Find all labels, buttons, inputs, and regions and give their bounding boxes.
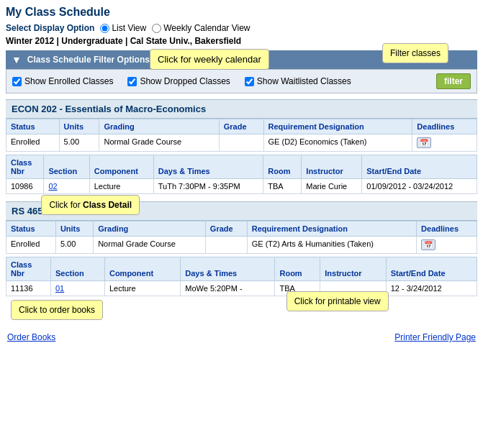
instructor-cell: Click for printable view xyxy=(320,281,386,296)
section-link-wrap: 02 Click for Class Detail xyxy=(48,182,84,191)
col-deadlines: Deadlines xyxy=(417,221,477,237)
col-component: Component xyxy=(104,257,180,281)
units-cell: 5.00 xyxy=(59,134,99,152)
bottom-row: Order Books Printer Friendly Page xyxy=(6,332,477,342)
start-end-cell: 01/09/2012 - 03/24/2012 xyxy=(362,179,477,194)
filter-bar-label: Class Schedule Filter Options xyxy=(27,55,150,65)
col-grade: Grade xyxy=(219,119,263,134)
col-days-times: Days & Times xyxy=(153,155,263,179)
page-title: My Class Schedule xyxy=(6,6,477,19)
show-dropped-label: Show Dropped Classes xyxy=(140,76,230,86)
status-cell: Enrolled xyxy=(6,237,56,254)
req-designation-cell: GE (T2) Arts & Humanities (Taken) xyxy=(247,237,416,254)
status-cell: Enrolled xyxy=(6,134,60,152)
show-waitlisted-label: Show Waitlisted Classes xyxy=(257,76,351,86)
class-nbr-wrap: 11136 Click to order books xyxy=(11,284,46,293)
filter-classes-tooltip: Filter classes xyxy=(382,43,448,63)
class-nbr-cell: 10986 xyxy=(6,179,44,194)
class-nbr-cell: 11136 Click to order books xyxy=(6,281,51,296)
printer-friendly-link[interactable]: Printer Friendly Page xyxy=(394,332,476,342)
course-econ202-section-table: ClassNbr Section Component Days & Times … xyxy=(6,155,477,194)
course-rs465: RS 465 Status Units Grading Grade Requir… xyxy=(6,201,477,296)
col-class-nbr: ClassNbr xyxy=(6,155,44,179)
col-grading: Grading xyxy=(94,221,206,237)
grading-cell: Normal Grade Course xyxy=(99,134,219,152)
class-detail-tooltip: Click for Class Detail xyxy=(41,195,140,215)
table-row: 11136 Click to order books 01 Lecture M xyxy=(6,281,477,296)
show-enrolled-option[interactable]: Show Enrolled Classes xyxy=(12,76,113,86)
display-option-label: Select Display Option xyxy=(6,23,94,33)
course-econ202-header: ECON 202 - Essentials of Macro-Economics xyxy=(6,99,477,119)
weekly-view-option[interactable]: Weekly Calendar View xyxy=(152,23,250,33)
req-designation-cell: GE (D2) Economics (Taken) xyxy=(263,134,412,152)
show-enrolled-label: Show Enrolled Classes xyxy=(24,76,113,86)
weekly-view-radio[interactable] xyxy=(152,24,161,33)
section-cell: 01 xyxy=(50,281,104,296)
col-section: Section xyxy=(44,155,89,179)
grade-cell xyxy=(205,237,247,254)
col-instructor: Instructor xyxy=(320,257,386,281)
order-books-tooltip: Click to order books xyxy=(11,300,103,320)
deadlines-cell: 📅 xyxy=(417,237,477,254)
weekly-calendar-tooltip[interactable]: Click for weekly calendar xyxy=(150,49,269,70)
course-rs465-section-wrap: ClassNbr Section Component Days & Times … xyxy=(6,257,477,296)
col-req-designation: Requirement Designation xyxy=(247,221,416,237)
col-units: Units xyxy=(59,119,99,134)
col-deadlines: Deadlines xyxy=(412,119,477,134)
instructor-cell: Marie Curie xyxy=(302,179,362,194)
course-rs465-section-table: ClassNbr Section Component Days & Times … xyxy=(6,257,477,296)
col-grading: Grading xyxy=(99,119,219,134)
component-cell: Lecture xyxy=(89,179,153,194)
start-end-cell: 12 - 3/24/2012 xyxy=(386,281,477,296)
filter-section: Filter classes ▼ Class Schedule Filter O… xyxy=(6,50,477,93)
col-start-end: Start/End Date xyxy=(362,155,477,179)
col-status: Status xyxy=(6,221,56,237)
course-econ202-section-wrap: ClassNbr Section Component Days & Times … xyxy=(6,155,477,194)
list-view-label: List View xyxy=(112,23,146,33)
section-cell: 02 Click for Class Detail xyxy=(44,179,89,194)
deadline-icon[interactable]: 📅 xyxy=(421,239,435,250)
col-section: Section xyxy=(50,257,104,281)
col-class-nbr: ClassNbr xyxy=(6,257,51,281)
col-instructor: Instructor xyxy=(302,155,362,179)
table-row: Enrolled 5.00 Normal Grade Course GE (D2… xyxy=(6,134,477,152)
course-econ202-info-table: Status Units Grading Grade Requirement D… xyxy=(6,119,477,152)
section-link[interactable]: 01 xyxy=(55,284,64,293)
weekly-view-label: Weekly Calendar View xyxy=(163,23,250,33)
table-row: 10986 02 Click for Class Detail Lecture xyxy=(6,179,477,194)
component-cell: Lecture xyxy=(104,281,180,296)
printer-friendly-tooltip: Click for printable view xyxy=(286,291,389,311)
course-econ202: ECON 202 - Essentials of Macro-Economics… xyxy=(6,99,477,194)
col-component: Component xyxy=(89,155,153,179)
show-waitlisted-option[interactable]: Show Waitlisted Classes xyxy=(245,76,351,86)
col-grade: Grade xyxy=(205,221,247,237)
room-cell: TBA xyxy=(263,179,302,194)
col-start-end: Start/End Date xyxy=(386,257,477,281)
deadlines-cell: 📅 xyxy=(412,134,477,152)
days-times-cell: TuTh 7:30PM - 9:35PM xyxy=(153,179,263,194)
order-books-link[interactable]: Order Books xyxy=(7,332,55,342)
grading-cell: Normal Grade Course xyxy=(94,237,206,254)
col-days-times: Days & Times xyxy=(181,257,275,281)
deadline-icon[interactable]: 📅 xyxy=(417,137,431,148)
show-enrolled-checkbox[interactable] xyxy=(12,77,22,86)
days-times-cell: MoWe 5:20PM - xyxy=(181,281,275,296)
filter-arrow-icon: ▼ xyxy=(12,54,22,65)
section-link[interactable]: 02 xyxy=(48,182,57,191)
col-units: Units xyxy=(55,221,93,237)
grade-cell xyxy=(219,134,263,152)
col-room: Room xyxy=(263,155,302,179)
show-waitlisted-checkbox[interactable] xyxy=(245,77,254,86)
col-req-designation: Requirement Designation xyxy=(263,119,412,134)
col-status: Status xyxy=(6,119,60,134)
show-dropped-option[interactable]: Show Dropped Classes xyxy=(127,76,230,86)
table-row: Enrolled 5.00 Normal Grade Course GE (T2… xyxy=(6,237,477,254)
filter-options-row: Show Enrolled Classes Show Dropped Class… xyxy=(6,69,477,93)
filter-button[interactable]: filter xyxy=(436,73,471,89)
list-view-radio[interactable] xyxy=(100,24,109,33)
list-view-option[interactable]: List View xyxy=(100,23,146,33)
course-rs465-info-table: Status Units Grading Grade Requirement D… xyxy=(6,221,477,254)
units-cell: 5.00 xyxy=(55,237,93,254)
col-room: Room xyxy=(275,257,320,281)
show-dropped-checkbox[interactable] xyxy=(127,77,137,86)
